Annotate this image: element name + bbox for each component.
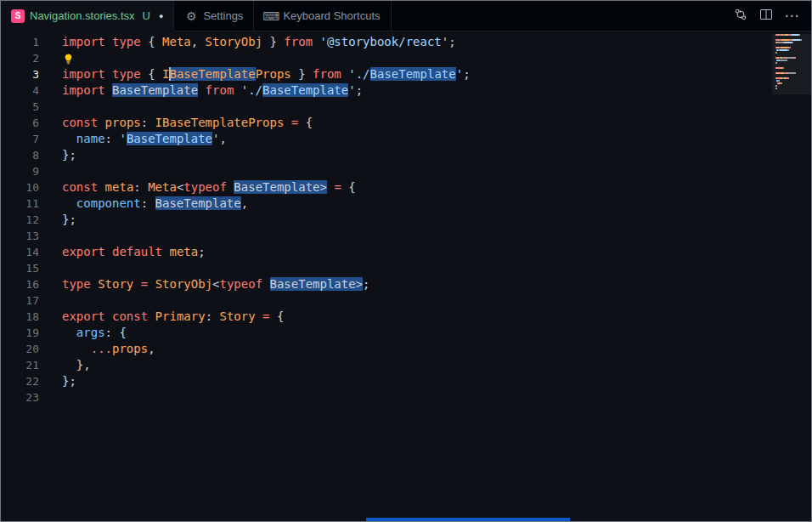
code-line-text[interactable]: }, — [39, 358, 91, 372]
code-line-text[interactable]: import type { IBaseTemplateProps } from … — [39, 67, 471, 81]
line-number[interactable]: 1 — [1, 34, 39, 50]
line-number[interactable]: 12 — [1, 212, 39, 228]
code-line-text[interactable]: import BaseTemplate from './BaseTemplate… — [39, 83, 363, 97]
open-changes-icon — [734, 8, 747, 24]
code-line[interactable]: 22}; — [1, 373, 811, 389]
code-area[interactable]: 1import type { Meta, StoryObj } from '@s… — [1, 32, 811, 406]
code-line-text[interactable]: const props: IBaseTemplateProps = { — [39, 116, 313, 129]
code-line-text[interactable] — [39, 164, 62, 178]
git-status-badge: U — [143, 9, 150, 22]
line-number[interactable]: 7 — [1, 131, 39, 147]
line-number[interactable]: 21 — [1, 357, 39, 373]
line-number[interactable]: 17 — [1, 292, 39, 309]
tab-label: Settings — [203, 9, 243, 22]
code-line[interactable]: 5 — [1, 99, 811, 115]
code-line[interactable]: 2 — [1, 50, 811, 66]
code-line-text[interactable] — [39, 390, 62, 404]
code-line[interactable]: 7 name: 'BaseTemplate', — [1, 131, 811, 147]
tab-settings[interactable]: ⚙Settings — [174, 1, 254, 31]
line-number[interactable]: 22 — [1, 373, 39, 389]
code-line-text[interactable]: export const Primary: Story = { — [39, 309, 284, 323]
tab-label: Keyboard Shortcuts — [283, 9, 380, 22]
line-number[interactable]: 3 — [1, 66, 39, 82]
line-number[interactable]: 23 — [1, 389, 39, 406]
line-number[interactable]: 2 — [1, 50, 39, 66]
tab-strip: SNavigation.stories.tsxU●⚙Settings⌨Keybo… — [1, 1, 392, 31]
editor-actions: ⋯ — [730, 1, 811, 31]
code-line-text[interactable] — [39, 99, 62, 113]
code-line[interactable]: 18export const Primary: Story = { — [1, 309, 811, 325]
line-number[interactable]: 18 — [1, 309, 39, 325]
editor-tab-bar: SNavigation.stories.tsxU●⚙Settings⌨Keybo… — [1, 1, 811, 31]
code-line[interactable]: 23 — [1, 389, 811, 406]
storybook-icon: S — [11, 9, 25, 23]
split-editor-button[interactable] — [755, 5, 777, 27]
code-line[interactable]: 11 component: BaseTemplate, — [1, 196, 811, 212]
more-actions-button[interactable]: ⋯ — [781, 5, 803, 27]
code-line-text[interactable]: }; — [39, 213, 76, 226]
line-number[interactable]: 14 — [1, 244, 39, 260]
code-line[interactable]: 14export default meta; — [1, 244, 811, 260]
tab-label: Navigation.stories.tsx — [30, 9, 135, 22]
code-line[interactable]: 16type Story = StoryObj<typeof BaseTempl… — [1, 276, 811, 292]
keyboard-icon: ⌨ — [264, 9, 278, 23]
code-line[interactable]: 6const props: IBaseTemplateProps = { — [1, 115, 811, 131]
line-number[interactable]: 15 — [1, 260, 39, 276]
line-number[interactable]: 9 — [1, 163, 39, 179]
code-line-text[interactable]: ...props, — [39, 342, 155, 355]
code-line-text[interactable]: }; — [39, 374, 76, 388]
code-line[interactable]: 1import type { Meta, StoryObj } from '@s… — [1, 34, 811, 50]
bottom-progress-bar — [366, 518, 570, 521]
code-editor[interactable]: 1import type { Meta, StoryObj } from '@s… — [1, 32, 811, 521]
code-line[interactable]: 10const meta: Meta<typeof BaseTemplate> … — [1, 179, 811, 196]
gear-icon: ⚙ — [184, 9, 198, 23]
code-line-text[interactable]: args: { — [39, 326, 127, 339]
code-line-text[interactable]: component: BaseTemplate, — [39, 196, 248, 210]
line-number[interactable]: 5 — [1, 99, 39, 115]
line-number[interactable]: 10 — [1, 179, 39, 196]
code-line-text[interactable] — [39, 51, 75, 65]
code-line-text[interactable]: import type { Meta, StoryObj } from '@st… — [39, 35, 456, 48]
open-changes-button[interactable] — [730, 5, 752, 27]
unsaved-indicator[interactable]: ● — [159, 12, 163, 20]
code-line-text[interactable]: type Story = StoryObj<typeof BaseTemplat… — [39, 277, 370, 291]
code-line[interactable]: 13 — [1, 228, 811, 244]
code-line[interactable]: 4import BaseTemplate from './BaseTemplat… — [1, 82, 811, 99]
code-line-text[interactable]: export default meta; — [39, 245, 206, 258]
code-line[interactable]: 8}; — [1, 147, 811, 163]
line-number[interactable]: 11 — [1, 196, 39, 212]
split-editor-icon — [759, 8, 773, 24]
more-actions-icon: ⋯ — [785, 9, 799, 23]
line-number[interactable]: 4 — [1, 82, 39, 99]
code-line-text[interactable]: const meta: Meta<typeof BaseTemplate> = … — [39, 180, 356, 194]
code-line-text[interactable] — [39, 229, 62, 242]
code-line[interactable]: 19 args: { — [1, 325, 811, 341]
code-line[interactable]: 20 ...props, — [1, 341, 811, 357]
code-line-text[interactable] — [39, 261, 62, 275]
code-line[interactable]: 9 — [1, 163, 811, 179]
tab-navigation-stories[interactable]: SNavigation.stories.tsxU● — [1, 1, 174, 31]
line-number[interactable]: 20 — [1, 341, 39, 357]
vscode-window: SNavigation.stories.tsxU●⚙Settings⌨Keybo… — [0, 0, 812, 522]
line-number[interactable]: 8 — [1, 147, 39, 163]
minimap[interactable] — [775, 34, 808, 93]
minimap-slider[interactable] — [772, 34, 811, 94]
lightbulb-icon[interactable] — [62, 53, 75, 65]
code-line[interactable]: 3import type { IBaseTemplateProps } from… — [1, 66, 811, 82]
code-line[interactable]: 17 — [1, 292, 811, 309]
line-number[interactable]: 19 — [1, 325, 39, 341]
line-number[interactable]: 16 — [1, 276, 39, 292]
code-line[interactable]: 12}; — [1, 212, 811, 228]
code-line-text[interactable]: name: 'BaseTemplate', — [39, 132, 227, 145]
line-number[interactable]: 6 — [1, 115, 39, 131]
code-line[interactable]: 15 — [1, 260, 811, 276]
line-number[interactable]: 13 — [1, 228, 39, 244]
code-line-text[interactable] — [39, 293, 62, 307]
code-line-text[interactable]: }; — [39, 148, 76, 162]
tab-keyboard-shortcuts[interactable]: ⌨Keyboard Shortcuts — [254, 1, 391, 31]
code-line[interactable]: 21 }, — [1, 357, 811, 373]
